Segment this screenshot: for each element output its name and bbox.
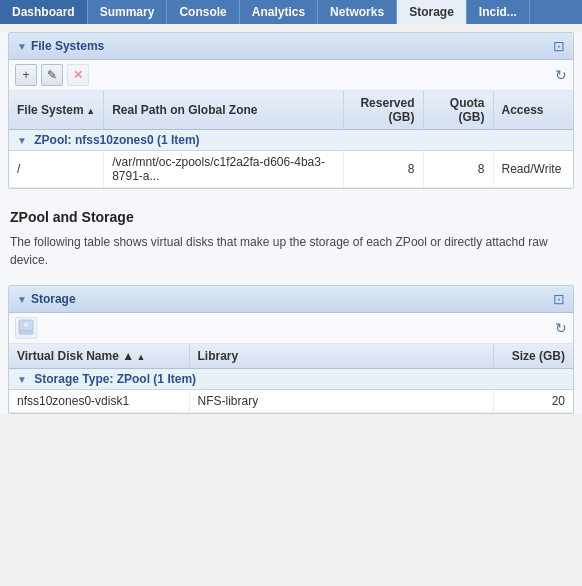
storage-panel-header: ▼ Storage ⊡ xyxy=(9,286,573,313)
tab-analytics[interactable]: Analytics xyxy=(240,0,318,24)
edit-icon: ✎ xyxy=(47,68,57,82)
storage-panel-expand-icon[interactable]: ⊡ xyxy=(553,291,565,307)
storage-add-icon xyxy=(18,319,34,338)
filesystems-delete-button[interactable]: ✕ xyxy=(67,64,89,86)
quota-cell: 8 xyxy=(423,151,493,188)
storage-collapse-icon[interactable]: ▼ xyxy=(17,294,27,305)
group-expand-icon[interactable]: ▼ xyxy=(17,135,27,146)
main-content: ▼ File Systems ⊡ + ✎ ✕ ↻ File System xyxy=(0,32,582,414)
access-cell: Read/Write xyxy=(493,151,573,188)
add-icon: + xyxy=(22,68,29,82)
svg-rect-1 xyxy=(19,331,33,334)
storage-add-button[interactable] xyxy=(15,317,37,339)
library-cell: NFS-library xyxy=(189,390,493,413)
tab-console[interactable]: Console xyxy=(167,0,239,24)
filesystems-collapse-icon[interactable]: ▼ xyxy=(17,41,27,52)
delete-icon: ✕ xyxy=(73,68,83,82)
filesystems-panel-expand-icon[interactable]: ⊡ xyxy=(553,38,565,54)
svg-point-2 xyxy=(23,322,29,328)
reserved-cell: 8 xyxy=(343,151,423,188)
tab-bar: Dashboard Summary Console Analytics Netw… xyxy=(0,0,582,24)
storage-refresh-icon[interactable]: ↻ xyxy=(555,320,567,336)
storage-group-row: ▼ Storage Type: ZPool (1 Item) xyxy=(9,369,573,390)
storage-table-header: Virtual Disk Name ▲ Library Size (GB) xyxy=(9,344,573,369)
tab-storage[interactable]: Storage xyxy=(397,0,467,24)
table-row: / /var/mnt/oc-zpools/c1f2a2fa-d606-4ba3-… xyxy=(9,151,573,188)
col-header-quota[interactable]: Quota(GB) xyxy=(423,91,493,130)
col-header-access[interactable]: Access xyxy=(493,91,573,130)
filesystems-toolbar: + ✎ ✕ ↻ xyxy=(9,60,573,91)
vdiskname-cell: nfss10zones0-vdisk1 xyxy=(9,390,189,413)
filesystems-panel-title: File Systems xyxy=(31,39,104,53)
filesystems-panel: ▼ File Systems ⊡ + ✎ ✕ ↻ File System xyxy=(8,32,574,189)
col-header-size[interactable]: Size (GB) xyxy=(493,344,573,369)
col-header-library[interactable]: Library xyxy=(189,344,493,369)
tab-summary[interactable]: Summary xyxy=(88,0,168,24)
description-section: ZPool and Storage The following table sh… xyxy=(0,197,582,277)
col-header-vdiskname[interactable]: Virtual Disk Name ▲ xyxy=(9,344,189,369)
filesystems-refresh-icon[interactable]: ↻ xyxy=(555,67,567,83)
table-row: nfss10zones0-vdisk1 NFS-library 20 xyxy=(9,390,573,413)
filesystems-group-row: ▼ ZPool: nfss10zones0 (1 Item) xyxy=(9,130,573,151)
tab-networks[interactable]: Networks xyxy=(318,0,397,24)
col-header-filesystem[interactable]: File System xyxy=(9,91,104,130)
tab-incidents[interactable]: Incid... xyxy=(467,0,530,24)
tab-dashboard[interactable]: Dashboard xyxy=(0,0,88,24)
storage-toolbar: ↻ xyxy=(9,313,573,344)
col-header-reserved[interactable]: Reserved(GB) xyxy=(343,91,423,130)
realpath-cell: /var/mnt/oc-zpools/c1f2a2fa-d606-4ba3-87… xyxy=(104,151,343,188)
size-cell: 20 xyxy=(493,390,573,413)
filesystem-cell: / xyxy=(9,151,104,188)
description-title: ZPool and Storage xyxy=(10,209,572,225)
filesystems-table-header: File System Real Path on Global Zone Res… xyxy=(9,91,573,130)
storage-panel-title: Storage xyxy=(31,292,76,306)
filesystems-table: File System Real Path on Global Zone Res… xyxy=(9,91,573,188)
col-header-realpath[interactable]: Real Path on Global Zone xyxy=(104,91,343,130)
storage-table: Virtual Disk Name ▲ Library Size (GB) ▼ … xyxy=(9,344,573,413)
filesystems-edit-button[interactable]: ✎ xyxy=(41,64,63,86)
filesystems-panel-header: ▼ File Systems ⊡ xyxy=(9,33,573,60)
storage-panel: ▼ Storage ⊡ ↻ V xyxy=(8,285,574,414)
filesystems-add-button[interactable]: + xyxy=(15,64,37,86)
storage-group-label: Storage Type: ZPool (1 Item) xyxy=(34,372,196,386)
filesystems-group-label: ZPool: nfss10zones0 (1 Item) xyxy=(34,133,199,147)
description-text: The following table shows virtual disks … xyxy=(10,233,572,269)
storage-group-expand-icon[interactable]: ▼ xyxy=(17,374,27,385)
